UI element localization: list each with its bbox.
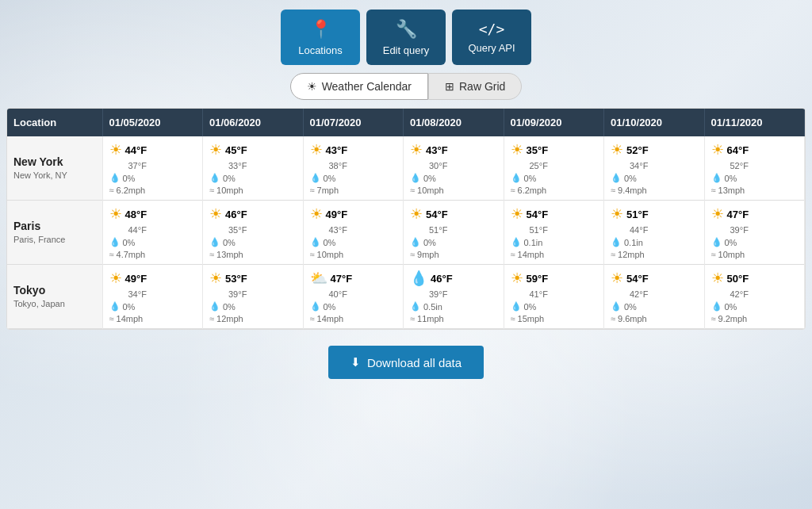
locations-button[interactable]: 📍 Locations bbox=[281, 10, 360, 65]
wind-value: 13mph bbox=[216, 250, 243, 259]
high-temp: 45°F bbox=[225, 144, 247, 156]
wind-value: 12mph bbox=[618, 250, 645, 259]
temp-row: ⛅ 47°F bbox=[310, 270, 397, 287]
wind-value: 9mph bbox=[417, 250, 439, 259]
precip-row: 💧 0.5in bbox=[410, 301, 497, 312]
wind-row: ≈ 14mph bbox=[310, 314, 397, 323]
wind-value: 9.2mph bbox=[718, 314, 748, 323]
low-temp: 39°F bbox=[228, 289, 297, 299]
precip-value: 0.1in bbox=[524, 238, 543, 247]
wind-icon: ≈ bbox=[410, 186, 415, 195]
table-row: TokyoTokyo, Japan ☀ 49°F 34°F 💧 0% ≈ 14m… bbox=[7, 265, 805, 329]
low-temp: 44°F bbox=[128, 225, 197, 235]
precip-row: 💧 0% bbox=[511, 173, 598, 183]
sun-icon: ☀ bbox=[410, 141, 423, 159]
precip-value: 0% bbox=[423, 238, 436, 247]
query-api-button[interactable]: </> Query API bbox=[452, 10, 531, 65]
low-temp: 44°F bbox=[630, 225, 698, 235]
temp-row: ☀ 45°F bbox=[209, 141, 297, 159]
wind-row: ≈ 4.7mph bbox=[109, 250, 197, 259]
weather-cell-content: ☀ 48°F 44°F 💧 0% ≈ 4.7mph bbox=[109, 205, 197, 259]
tab-raw-grid[interactable]: ⊞ Raw Grid bbox=[428, 73, 522, 100]
precip-row: 💧 0% bbox=[109, 301, 197, 312]
precip-value: 0% bbox=[725, 302, 737, 312]
download-all-data-button[interactable]: ⬇ Download all data bbox=[328, 346, 484, 379]
wind-value: 13mph bbox=[718, 186, 745, 195]
high-temp: 48°F bbox=[125, 209, 147, 220]
wind-icon: ≈ bbox=[611, 250, 615, 259]
wind-row: ≈ 12mph bbox=[209, 314, 297, 323]
weather-cell-content: ☀ 53°F 39°F 💧 0% ≈ 12mph bbox=[209, 270, 297, 323]
precip-value: 0.1in bbox=[624, 238, 643, 247]
wind-value: 14mph bbox=[117, 314, 144, 323]
low-temp: 41°F bbox=[530, 289, 598, 299]
high-temp: 49°F bbox=[326, 209, 348, 220]
low-temp: 25°F bbox=[530, 161, 598, 170]
table-header-row: Location 01/05/2020 01/06/2020 01/07/202… bbox=[7, 109, 805, 136]
low-temp: 33°F bbox=[228, 161, 297, 170]
precip-icon: 💧 bbox=[109, 173, 121, 183]
temp-row: ☀ 51°F bbox=[611, 205, 698, 223]
high-temp: 43°F bbox=[426, 144, 448, 156]
precip-value: 0% bbox=[423, 174, 436, 183]
precip-row: 💧 0.1in bbox=[511, 237, 598, 247]
precip-row: 💧 0% bbox=[410, 173, 497, 183]
wind-icon: ≈ bbox=[310, 186, 315, 195]
precip-row: 💧 0% bbox=[209, 301, 297, 312]
location-name: Paris bbox=[13, 220, 40, 232]
sun-icon: ☀ bbox=[109, 205, 122, 223]
weather-cell-r0-d3: ☀ 43°F 30°F 💧 0% ≈ 10mph bbox=[404, 136, 504, 201]
wind-row: ≈ 13mph bbox=[209, 250, 297, 259]
low-temp: 35°F bbox=[228, 225, 297, 235]
low-temp: 34°F bbox=[128, 289, 197, 299]
temp-row: ☀ 54°F bbox=[511, 205, 598, 223]
precip-icon: 💧 bbox=[109, 301, 121, 312]
high-temp: 64°F bbox=[727, 144, 749, 156]
low-temp: 39°F bbox=[429, 289, 497, 299]
precip-icon: 💧 bbox=[209, 237, 220, 247]
tab-weather-calendar[interactable]: ☀ Weather Calendar bbox=[290, 73, 428, 100]
weather-cell-content: ☀ 59°F 41°F 💧 0% ≈ 15mph bbox=[511, 270, 598, 323]
high-temp: 54°F bbox=[426, 209, 448, 220]
precip-row: 💧 0% bbox=[611, 173, 698, 183]
sun-icon: ☀ bbox=[410, 205, 423, 223]
precip-icon: 💧 bbox=[611, 173, 622, 183]
precip-icon: 💧 bbox=[310, 173, 321, 183]
edit-query-button[interactable]: 🔧 Edit query bbox=[366, 10, 446, 65]
date-col-0: 01/05/2020 bbox=[102, 109, 203, 136]
high-temp: 46°F bbox=[431, 273, 453, 285]
temp-row: ☀ 53°F bbox=[209, 270, 297, 287]
temp-row: ☀ 49°F bbox=[310, 205, 397, 223]
sun-icon: ☀ bbox=[611, 205, 623, 223]
temp-row: ☀ 64°F bbox=[711, 141, 799, 159]
wind-icon: ≈ bbox=[410, 250, 415, 259]
low-temp: 37°F bbox=[128, 161, 197, 170]
high-temp: 46°F bbox=[225, 209, 247, 220]
weather-cell-content: ☀ 43°F 38°F 💧 0% ≈ 7mph bbox=[310, 141, 397, 195]
precip-icon: 💧 bbox=[511, 301, 522, 312]
high-temp: 50°F bbox=[727, 273, 749, 285]
weather-cell-r1-d3: ☀ 54°F 51°F 💧 0% ≈ 9mph bbox=[404, 201, 504, 265]
wind-icon: ≈ bbox=[310, 250, 315, 259]
weather-cell-content: ☀ 45°F 33°F 💧 0% ≈ 10mph bbox=[209, 141, 297, 195]
precip-row: 💧 0% bbox=[711, 237, 799, 247]
sun-icon: ☀ bbox=[711, 205, 724, 223]
sun-icon: ☀ bbox=[209, 141, 222, 159]
sun-icon: ☀ bbox=[109, 270, 122, 287]
sun-tab-icon: ☀ bbox=[307, 80, 317, 93]
wind-row: ≈ 15mph bbox=[511, 314, 598, 323]
low-temp: 42°F bbox=[630, 289, 698, 299]
wind-value: 14mph bbox=[518, 250, 545, 259]
low-temp: 51°F bbox=[429, 225, 497, 235]
sun-icon: ☀ bbox=[511, 141, 523, 159]
precip-icon: 💧 bbox=[711, 301, 722, 312]
sun-icon: ☀ bbox=[209, 205, 222, 223]
download-label: Download all data bbox=[367, 356, 462, 369]
low-temp: 52°F bbox=[730, 161, 799, 170]
weather-cell-content: ☀ 49°F 43°F 💧 0% ≈ 10mph bbox=[310, 205, 397, 259]
raw-grid-tab-label: Raw Grid bbox=[459, 80, 505, 93]
precip-value: 0% bbox=[223, 238, 236, 247]
cloud-sun-icon: ⛅ bbox=[310, 270, 327, 287]
precip-icon: 💧 bbox=[711, 237, 722, 247]
sun-icon: ☀ bbox=[711, 141, 724, 159]
